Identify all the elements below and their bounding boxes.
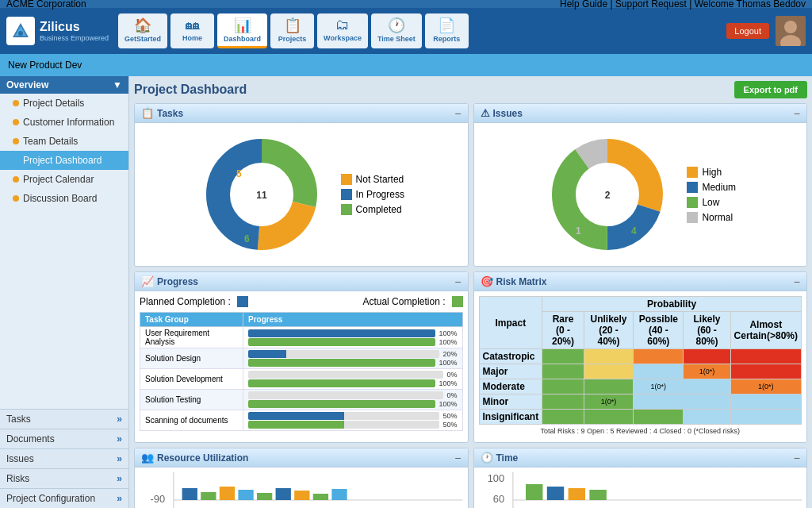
dot-project-dashboard xyxy=(13,157,19,164)
progress-icon: 📈 xyxy=(141,275,154,287)
risk-likely: Likely(60 - 80%) xyxy=(684,312,730,349)
table-row: Moderate 1(0*) 1(0*) xyxy=(479,379,802,394)
issues-minimize[interactable]: − xyxy=(794,108,800,119)
top-right-links[interactable]: Help Guide | Support Request | Welcome T… xyxy=(560,0,806,10)
resource-minimize[interactable]: − xyxy=(454,452,461,464)
col-task-group: Task Group xyxy=(140,313,243,327)
bottom-label-project-configuration: Project Configuration xyxy=(6,493,95,504)
nav-item-reports[interactable]: 📄Reports xyxy=(425,13,469,48)
legend-high-label: High xyxy=(702,167,722,178)
svg-text:-90: -90 xyxy=(151,494,166,505)
risk-moderate: Moderate xyxy=(479,379,542,394)
export-button[interactable]: Export to pdf xyxy=(734,81,807,98)
logo-name: Zilicus xyxy=(40,20,109,34)
svg-rect-38 xyxy=(525,484,542,500)
risk-cell xyxy=(730,410,801,425)
risk-cell xyxy=(634,410,684,425)
sidebar-item-project-details[interactable]: Project Details xyxy=(0,94,128,113)
svg-text:3: 3 xyxy=(631,162,637,173)
legend-not-started-color xyxy=(341,174,352,185)
actual-pct: 100% xyxy=(439,338,457,346)
time-icon: 🕐 xyxy=(481,452,493,464)
risk-cell xyxy=(542,364,584,379)
actual-pct: 100% xyxy=(439,400,457,408)
nav-item-dashboard[interactable]: 📊Dashboard xyxy=(217,13,267,48)
progress-scroll[interactable]: Task Group Progress User Requirement Ana… xyxy=(140,312,463,431)
top-bar: ACME Corporation Help Guide | Support Re… xyxy=(0,0,812,8)
actual-pct: 100% xyxy=(439,379,457,387)
tasks-panel: 📋 Tasks − 11 xyxy=(134,103,469,267)
risk-cell xyxy=(542,349,584,364)
arrow-documents: » xyxy=(117,433,122,444)
risk-cell: 1(0*) xyxy=(584,394,633,410)
sidebar-bottom-risks[interactable]: Risks» xyxy=(0,468,128,488)
nav-item-projects[interactable]: 📋Projects xyxy=(270,13,314,48)
risk-total-text: Total Risks : 9 Open : 5 Reviewed : 4 Cl… xyxy=(479,425,802,437)
risk-cell xyxy=(542,410,584,425)
svg-rect-28 xyxy=(238,490,253,500)
risk-minimize[interactable]: − xyxy=(794,276,800,287)
issues-icon: ⚠ xyxy=(481,107,490,119)
table-row: Solution Design 20% 100% xyxy=(140,348,463,369)
sidebar-item-discussion-board[interactable]: Discussion Board xyxy=(0,189,128,208)
nav-item-getstarted[interactable]: 🏠GetStarted xyxy=(118,13,167,48)
sidebar-item-team-details[interactable]: Team Details xyxy=(0,132,128,151)
sidebar-item-project-dashboard[interactable]: Project Dashboard xyxy=(0,151,128,170)
task-name-cell: Scanning of documents xyxy=(140,410,243,431)
double-bar: 50% 50% xyxy=(248,412,458,429)
sidebar-bottom-tasks[interactable]: Tasks» xyxy=(0,409,128,429)
legend-low-color xyxy=(687,197,698,208)
sidebar-item-customer-info[interactable]: Customer Information xyxy=(0,113,128,132)
sidebar-bottom: Tasks»Documents»Issues»Risks»Project Con… xyxy=(0,409,128,508)
risk-title: 🎯 Risk Matrix xyxy=(481,275,547,287)
legend-medium-label: Medium xyxy=(702,182,736,193)
risk-cell: 1(0*) xyxy=(684,364,730,379)
sidebar-item-project-calendar[interactable]: Project Calendar xyxy=(0,170,128,189)
bottom-label-issues: Issues xyxy=(6,453,34,464)
avatar xyxy=(776,16,806,46)
progress-panel: 📈 Progress − Planned Completion : Actual… xyxy=(134,271,469,443)
progress-bar-cell: 0% 100% xyxy=(243,369,463,390)
risk-cell: 1(0*) xyxy=(634,379,684,394)
nav-item-timesheet[interactable]: 🕐Time Sheet xyxy=(371,13,422,48)
legend-medium-color xyxy=(687,182,698,193)
tasks-minimize[interactable]: − xyxy=(454,108,461,119)
issues-legend: High Medium Low Normal xyxy=(687,167,736,223)
tasks-title: 📋 Tasks xyxy=(141,107,183,119)
time-minimize[interactable]: − xyxy=(794,452,800,464)
dashboard-nav-label: Dashboard xyxy=(224,35,261,43)
planned-pct: 100% xyxy=(439,329,457,337)
company-name: ACME Corporation xyxy=(6,0,86,10)
sidebar-section-overview[interactable]: Overview ▼ xyxy=(0,76,128,94)
getstarted-nav-icon: 🏠 xyxy=(134,17,151,34)
logout-button[interactable]: Logout xyxy=(726,23,769,39)
nav-items: 🏠GetStarted🏘Home📊Dashboard📋Projects🗂Work… xyxy=(118,13,720,48)
progress-bar-cell: 0% 100% xyxy=(243,390,463,410)
double-bar: 100% 100% xyxy=(248,329,458,346)
time-title: 🕐 Time xyxy=(481,452,519,464)
actual-pct: 100% xyxy=(439,359,457,367)
resource-utilization-panel: 👥 Resource Utilization − -90 xyxy=(134,448,469,508)
workspace-nav-label: Workspace xyxy=(324,34,362,42)
sidebar-bottom-project-configuration[interactable]: Project Configuration» xyxy=(0,488,128,508)
actual-color-box xyxy=(452,296,463,307)
col-progress: Progress xyxy=(243,313,463,327)
legend-not-started: Not Started xyxy=(341,174,404,185)
progress-minimize[interactable]: − xyxy=(454,276,461,287)
nav-item-home[interactable]: 🏘Home xyxy=(170,13,214,48)
time-panel: 🕐 Time − 100 60 xyxy=(473,448,808,508)
sidebar-bottom-documents[interactable]: Documents» xyxy=(0,429,128,448)
legend-high-color xyxy=(687,167,698,178)
risk-matrix-table: Impact Probability Rare(0 - 20%) Unlikel… xyxy=(479,296,802,425)
risk-minor: Minor xyxy=(479,394,542,410)
dot-project-details xyxy=(13,100,19,106)
sidebar-bottom-issues[interactable]: Issues» xyxy=(0,448,128,468)
collapse-icon: ▼ xyxy=(113,79,122,90)
risk-cell xyxy=(584,364,633,379)
page-title: Project Dashboard xyxy=(134,83,247,97)
arrow-risks: » xyxy=(117,473,122,484)
planned-pct: 50% xyxy=(442,412,457,420)
bottom-label-risks: Risks xyxy=(6,473,29,484)
nav-item-workspace[interactable]: 🗂Workspace xyxy=(317,13,368,48)
arrow-issues: » xyxy=(117,453,122,464)
